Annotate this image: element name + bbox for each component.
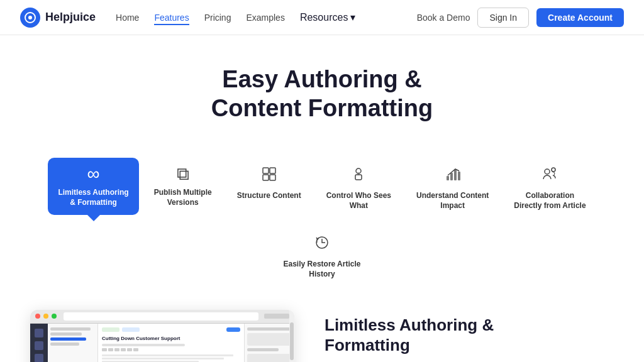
sidebar-icon-2 — [35, 341, 43, 350]
hero-section: Easy Authoring & Content Formatting — [0, 35, 644, 143]
nav-features[interactable]: Features — [154, 13, 189, 25]
tb-img — [127, 348, 132, 351]
article-title-mock: Cutting Down Customer Support — [102, 336, 240, 341]
action-button-mock — [226, 327, 240, 332]
nav-item-mock-active — [50, 337, 86, 341]
browser-tab — [264, 314, 289, 319]
sidebar-icon-1 — [35, 329, 43, 337]
mock-header-bar — [102, 327, 240, 332]
create-account-button[interactable]: Create Account — [536, 8, 624, 27]
nav-item-mock-2 — [50, 332, 82, 336]
svg-point-13 — [552, 168, 555, 172]
publish-icon: ⧉ — [177, 165, 189, 183]
browser-maximize-dot — [52, 314, 57, 319]
nav-item-mock-1 — [50, 327, 91, 331]
tb-b — [102, 348, 107, 351]
right-panel: Limitless Authoring & Formatting Easy an… — [325, 310, 614, 362]
svg-rect-4 — [270, 175, 275, 180]
tb-i — [108, 348, 113, 351]
svg-rect-11 — [458, 172, 460, 180]
content-area: Cutting Down Customer Support — [0, 300, 644, 362]
published-badge — [102, 327, 119, 332]
sidebar-icon-3 — [35, 354, 43, 362]
chevron-down-icon: ▾ — [350, 11, 355, 23]
svg-rect-2 — [270, 168, 275, 173]
rp-box-2 — [247, 354, 292, 362]
navbar-left: Helpjuice Home Features Pricing Examples… — [20, 8, 355, 28]
subtitle-mock — [102, 344, 185, 346]
logo-icon — [20, 8, 40, 28]
logo[interactable]: Helpjuice — [20, 8, 96, 28]
brand-name: Helpjuice — [45, 11, 96, 24]
browser-content: Cutting Down Customer Support — [30, 324, 294, 362]
rp-item-2 — [247, 348, 279, 351]
svg-rect-6 — [355, 175, 362, 180]
draft-badge — [122, 327, 140, 332]
text-line-1 — [102, 354, 233, 356]
nav-links: Home Features Pricing Examples Resources… — [116, 11, 355, 23]
structure-icon — [260, 165, 278, 186]
tab-control[interactable]: Control Who SeesWhat — [316, 158, 401, 218]
nav-home[interactable]: Home — [116, 13, 139, 23]
right-panel-mock — [244, 324, 294, 362]
nav-resources[interactable]: Resources ▾ — [300, 11, 355, 23]
scrollbar-thumb — [290, 322, 294, 360]
svg-rect-3 — [263, 175, 269, 180]
navbar: Helpjuice Home Features Pricing Examples… — [0, 0, 644, 35]
screenshot-box: Cutting Down Customer Support — [30, 310, 294, 362]
svg-point-12 — [545, 169, 550, 174]
nav-pricing[interactable]: Pricing — [204, 13, 231, 23]
collaboration-icon — [541, 165, 558, 186]
nav-examples[interactable]: Examples — [246, 13, 284, 23]
sign-in-button[interactable]: Sign In — [477, 8, 529, 28]
book-demo-link[interactable]: Book a Demo — [417, 13, 470, 23]
nav-panel-mock — [48, 324, 98, 362]
tb-u — [114, 348, 119, 351]
infinity-icon: ∞ — [87, 165, 100, 183]
svg-rect-9 — [450, 173, 453, 180]
navbar-right: Book a Demo Sign In Create Account — [417, 8, 624, 28]
browser-minimize-dot — [43, 314, 48, 319]
toolbar-mock — [102, 348, 240, 351]
sidebar-mock — [30, 324, 48, 362]
understand-icon — [444, 165, 462, 186]
tab-limitless[interactable]: ∞ Limitless Authoring& Formatting — [48, 158, 138, 215]
control-icon — [350, 165, 367, 186]
browser-bar — [30, 310, 294, 324]
svg-rect-10 — [454, 170, 457, 180]
svg-rect-7 — [357, 172, 360, 175]
browser-close-dot — [35, 314, 40, 319]
main-content-mock: Cutting Down Customer Support — [98, 324, 244, 362]
hero-title: Easy Authoring & Content Formatting — [20, 65, 624, 123]
text-block-1 — [102, 354, 240, 362]
svg-rect-8 — [447, 176, 449, 180]
svg-rect-1 — [263, 168, 269, 173]
nav-item-mock-3 — [50, 343, 79, 346]
restore-icon — [313, 234, 331, 255]
tab-understand[interactable]: Understand ContentImpact — [406, 158, 499, 218]
rp-box-1 — [247, 333, 292, 346]
browser-url-bar — [64, 312, 258, 321]
rp-item-1 — [247, 327, 292, 331]
tab-collaboration[interactable]: CollaborationDirectly from Article — [504, 158, 596, 218]
tab-restore[interactable]: Easily Restore ArticleHistory — [274, 226, 371, 287]
feature-tabs: ∞ Limitless Authoring& Formatting ⧉ Publ… — [0, 143, 644, 299]
tab-notch — [87, 215, 100, 221]
screenshot-inner: Cutting Down Customer Support — [30, 310, 294, 362]
tab-structure[interactable]: Structure Content — [227, 158, 311, 209]
text-line-2 — [102, 358, 224, 359]
scrollbar[interactable] — [289, 310, 294, 362]
tb-more — [133, 348, 138, 351]
active-feature-heading: Limitless Authoring & Formatting — [325, 315, 614, 356]
sidebar-mock-inner — [30, 324, 48, 362]
tb-link — [121, 348, 126, 351]
tab-publish[interactable]: ⧉ Publish MultipleVersions — [144, 158, 222, 215]
